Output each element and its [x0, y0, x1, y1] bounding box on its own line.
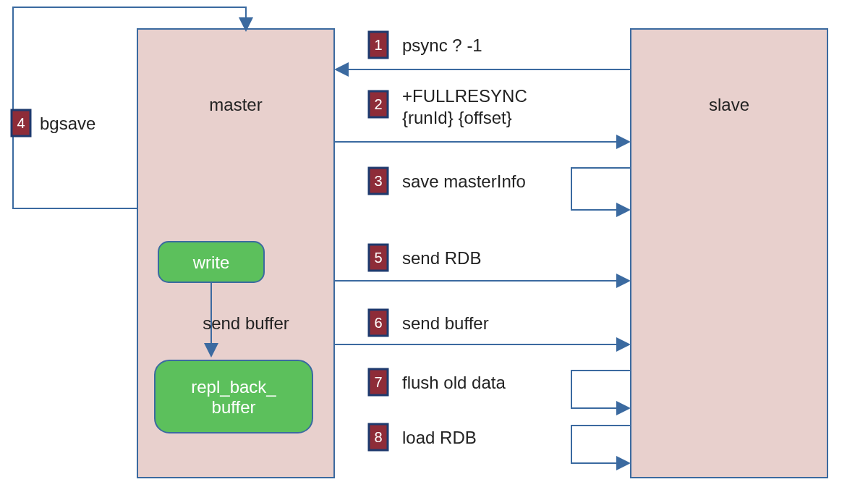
- send-buffer-inner: send buffer: [203, 313, 289, 333]
- badge-7-num: 7: [374, 374, 382, 390]
- step-6-text: send buffer: [402, 313, 489, 333]
- buffer-label-2: buffer: [212, 397, 256, 417]
- badge-2-num: 2: [374, 96, 382, 112]
- master-title: master: [209, 95, 262, 114]
- step-2-text-1: +FULLRESYNC: [402, 86, 527, 106]
- badge-4-num: 4: [17, 115, 25, 131]
- badge-1-num: 1: [374, 37, 382, 53]
- buffer-label-1: repl_back_: [191, 377, 276, 397]
- diagram-root: master slave write send buffer repl_back…: [0, 0, 868, 495]
- arrow-step-3-loop: [571, 168, 631, 210]
- step-7-text: flush old data: [402, 373, 506, 392]
- arrow-step-8-loop: [571, 426, 631, 463]
- step-5-text: send RDB: [402, 248, 481, 268]
- step-4-text: bgsave: [40, 114, 95, 133]
- badge-5-num: 5: [374, 250, 382, 266]
- step-1-text: psync ? -1: [402, 35, 482, 55]
- arrow-step-7-loop: [571, 371, 631, 408]
- badge-6-num: 6: [374, 315, 382, 331]
- step-8-text: load RDB: [402, 428, 477, 447]
- step-2-text-2: {runId} {offset}: [402, 108, 512, 127]
- badge-8-num: 8: [374, 429, 382, 445]
- slave-title: slave: [709, 95, 749, 114]
- write-label: write: [192, 253, 230, 272]
- step-3-text: save masterInfo: [402, 172, 526, 191]
- badge-3-num: 3: [374, 173, 382, 189]
